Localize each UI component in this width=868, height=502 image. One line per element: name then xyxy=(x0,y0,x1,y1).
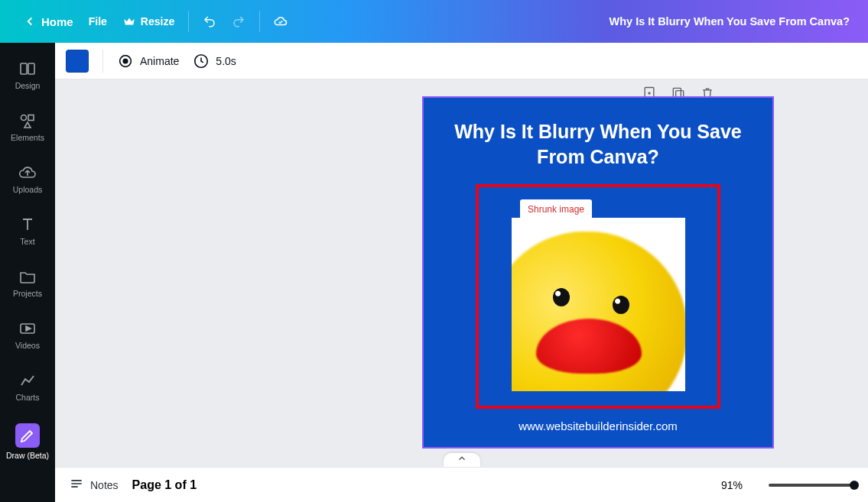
redo-icon xyxy=(232,15,245,28)
sidebar-item-text[interactable]: Text xyxy=(0,206,55,258)
pixelated-duck-image[interactable] xyxy=(512,218,685,391)
divider xyxy=(102,50,103,73)
svg-point-2 xyxy=(21,115,27,121)
workspace: Animate 5.0s xyxy=(55,43,868,502)
animate-label: Animate xyxy=(140,55,179,67)
notes-label: Notes xyxy=(90,479,119,491)
svg-rect-0 xyxy=(21,63,27,74)
notes-button[interactable]: Notes xyxy=(69,476,119,494)
sidebar-item-uploads[interactable]: Uploads xyxy=(0,154,55,206)
home-button[interactable]: Home xyxy=(15,8,81,34)
sidebar-item-elements[interactable]: Elements xyxy=(0,102,55,154)
sidebar-item-videos[interactable]: Videos xyxy=(0,310,55,362)
clock-icon xyxy=(193,53,210,70)
sidebar-item-label: Text xyxy=(20,237,34,246)
sidebar-item-label: Uploads xyxy=(13,185,43,194)
sidebar-item-label: Design xyxy=(15,81,41,90)
duration-button[interactable]: 5.0s xyxy=(193,53,236,70)
canvas-area[interactable]: Why Is It Blurry When You Save From Canv… xyxy=(55,79,868,467)
svg-rect-3 xyxy=(28,115,34,121)
chevron-up-icon xyxy=(457,453,467,467)
cloud-check-icon xyxy=(274,15,288,28)
notes-icon xyxy=(69,476,84,494)
home-label: Home xyxy=(41,15,73,28)
resize-button[interactable]: Resize xyxy=(115,8,182,34)
design-icon xyxy=(18,60,37,78)
page-indicator[interactable]: Page 1 of 1 xyxy=(132,478,197,492)
uploads-icon xyxy=(18,164,37,182)
sidebar-item-design[interactable]: Design xyxy=(0,50,55,102)
sidebar-item-label: Elements xyxy=(11,133,44,142)
sidebar-item-label: Draw (Beta) xyxy=(6,451,49,460)
svg-rect-1 xyxy=(28,63,34,74)
design-title[interactable]: Why Is It Blurry When You Save From Canv… xyxy=(444,119,753,169)
text-icon xyxy=(18,215,37,234)
image-label: Shrunk image xyxy=(520,199,592,219)
collapse-toggle[interactable] xyxy=(444,453,480,467)
undo-button[interactable] xyxy=(195,8,224,34)
context-toolbar: Animate 5.0s xyxy=(55,43,868,79)
svg-point-7 xyxy=(123,59,128,63)
sidebar: Design Elements Uploads Text xyxy=(0,43,55,502)
sidebar-item-projects[interactable]: Projects xyxy=(0,258,55,310)
footer: Notes Page 1 of 1 91% xyxy=(55,467,868,502)
background-color-swatch[interactable] xyxy=(66,50,89,73)
zoom-slider[interactable] xyxy=(769,484,854,487)
svg-marker-5 xyxy=(26,326,31,331)
sidebar-item-label: Projects xyxy=(13,289,42,298)
divider xyxy=(188,11,189,32)
file-label: File xyxy=(89,15,107,28)
sidebar-item-label: Charts xyxy=(16,393,40,402)
projects-icon xyxy=(18,267,37,286)
cloud-sync-button[interactable] xyxy=(266,8,295,34)
elements-icon xyxy=(18,112,37,130)
animate-button[interactable]: Animate xyxy=(117,53,179,70)
sidebar-item-label: Videos xyxy=(15,341,40,350)
design-url[interactable]: www.websitebuilderinsider.com xyxy=(519,419,678,432)
duration-label: 5.0s xyxy=(216,55,236,67)
sidebar-item-draw[interactable]: Draw (Beta) xyxy=(0,414,55,472)
design-page[interactable]: Why Is It Blurry When You Save From Canv… xyxy=(422,96,774,449)
undo-icon xyxy=(203,15,216,28)
highlighted-image-box[interactable]: Shrunk image xyxy=(476,184,720,409)
chevron-left-icon xyxy=(23,15,37,28)
file-button[interactable]: File xyxy=(81,9,115,34)
header: Home File Resize Why Is It xyxy=(0,0,868,43)
animate-icon xyxy=(117,53,134,70)
redo-button[interactable] xyxy=(224,8,253,34)
charts-icon xyxy=(18,371,37,390)
draw-icon xyxy=(15,423,40,448)
resize-label: Resize xyxy=(141,15,174,28)
divider xyxy=(259,11,260,32)
sidebar-item-charts[interactable]: Charts xyxy=(0,362,55,414)
videos-icon xyxy=(18,319,37,338)
zoom-level[interactable]: 91% xyxy=(721,479,743,491)
crown-icon xyxy=(122,15,136,28)
document-title[interactable]: Why Is It Blurry When You Save From Canv… xyxy=(610,15,850,28)
